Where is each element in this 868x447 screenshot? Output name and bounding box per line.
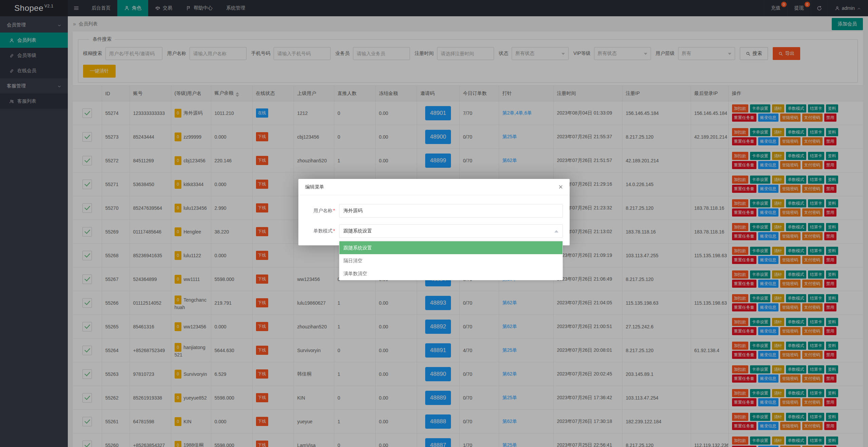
- order-mode-value: 跟随系统设置: [343, 228, 372, 234]
- username-label: 用户名称*: [305, 208, 335, 214]
- form-row-username: 用户名称*: [305, 204, 563, 218]
- username-field[interactable]: [339, 204, 563, 218]
- close-icon[interactable]: ×: [558, 183, 563, 191]
- modal-title: 编辑菜单: [305, 184, 324, 190]
- order-mode-label: 单数模式*: [305, 228, 335, 234]
- chevron-up-icon: [554, 230, 558, 232]
- dropdown-option-0[interactable]: 跟随系统设置: [339, 241, 563, 254]
- dropdown-option-2[interactable]: 满单数清空: [339, 267, 563, 280]
- dropdown-option-1[interactable]: 隔日清空: [339, 254, 563, 267]
- modal-body: 用户名称* 单数模式* 跟随系统设置 跟随系统设置隔日清空满单数清空: [298, 195, 570, 245]
- required-asterisk: *: [333, 228, 335, 233]
- required-asterisk: *: [333, 208, 335, 213]
- modal-header: 编辑菜单 ×: [298, 179, 570, 195]
- form-row-order-mode: 单数模式* 跟随系统设置 跟随系统设置隔日清空满单数清空: [305, 224, 563, 238]
- edit-menu-modal: 编辑菜单 × 用户名称* 单数模式* 跟随系统设置 跟随系统设置隔日清空满单数清…: [298, 179, 570, 245]
- order-mode-select[interactable]: 跟随系统设置: [339, 224, 563, 238]
- order-mode-dropdown: 跟随系统设置隔日清空满单数清空: [339, 241, 563, 280]
